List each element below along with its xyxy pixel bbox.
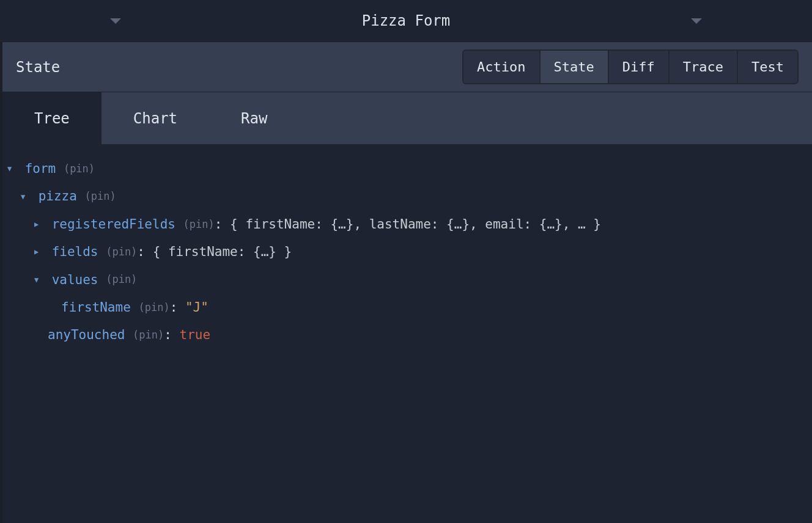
expand-toggle-icon[interactable]: ▶: [34, 247, 44, 257]
colon: :: [170, 299, 185, 316]
title-bar: Pizza Form: [0, 0, 812, 42]
pin-button[interactable]: (pin): [85, 189, 116, 204]
inspector-toolbar: State Action State Diff Trace Test: [0, 42, 812, 92]
inspector-tab-group: Action State Diff Trace Test: [462, 49, 799, 84]
pin-button[interactable]: (pin): [183, 218, 215, 232]
view-tab-group: Tree Chart Raw: [0, 92, 812, 144]
view-tab-raw[interactable]: Raw: [209, 92, 299, 144]
dropdown-left-icon[interactable]: [110, 18, 121, 24]
pin-button[interactable]: (pin): [106, 272, 137, 287]
tree-node-anytouched[interactable]: anyTouched (pin) : true: [7, 321, 807, 349]
tree-node-values[interactable]: ▼ values (pin): [7, 266, 807, 294]
tree-key: fields: [52, 243, 98, 261]
tree-node-form[interactable]: ▼ form (pin): [7, 155, 807, 183]
tree-node-registeredfields[interactable]: ▶ registeredFields (pin) : { firstName: …: [7, 211, 807, 238]
pin-button[interactable]: (pin): [64, 162, 95, 177]
toolbar-label: State: [16, 59, 60, 76]
expand-toggle-icon[interactable]: ▶: [34, 219, 44, 230]
tree-value-boolean: true: [180, 326, 211, 344]
pin-button[interactable]: (pin): [106, 245, 137, 260]
tab-test[interactable]: Test: [737, 51, 797, 83]
colon: :: [137, 243, 152, 261]
tab-action[interactable]: Action: [463, 51, 539, 83]
tab-state[interactable]: State: [539, 51, 608, 83]
pin-button[interactable]: (pin): [133, 328, 164, 343]
colon: :: [164, 326, 179, 344]
tab-trace[interactable]: Trace: [668, 51, 737, 83]
view-tab-tree[interactable]: Tree: [2, 92, 102, 144]
tree-value-preview: { firstName: {…} }: [153, 243, 292, 261]
tree-key: pizza: [39, 188, 77, 205]
tree-key: values: [52, 271, 98, 289]
tree-node-fields[interactable]: ▶ fields (pin) : { firstName: {…} }: [7, 238, 807, 266]
expand-toggle-icon[interactable]: ▼: [21, 192, 31, 202]
panel-title: Pizza Form: [362, 12, 451, 29]
tree-value-string: "J": [185, 299, 209, 316]
dropdown-right-icon[interactable]: [691, 18, 702, 24]
colon: :: [215, 216, 230, 233]
view-tab-chart[interactable]: Chart: [102, 92, 209, 144]
tree-node-pizza[interactable]: ▼ pizza (pin): [7, 183, 807, 210]
expand-toggle-icon[interactable]: ▼: [7, 164, 17, 174]
expand-toggle-icon[interactable]: ▼: [34, 275, 44, 285]
tree-value-preview: { firstName: {…}, lastName: {…}, email: …: [230, 216, 601, 233]
tree-key: form: [25, 160, 56, 178]
tree-node-firstname[interactable]: firstName (pin) : "J": [7, 294, 807, 321]
pin-button[interactable]: (pin): [138, 301, 169, 315]
tree-key: anyTouched: [48, 326, 125, 344]
tab-diff[interactable]: Diff: [608, 51, 668, 83]
tree-key: registeredFields: [52, 216, 175, 233]
tree-key: firstName: [61, 299, 131, 316]
state-tree: ▼ form (pin) ▼ pizza (pin) ▶ registeredF…: [0, 144, 812, 523]
